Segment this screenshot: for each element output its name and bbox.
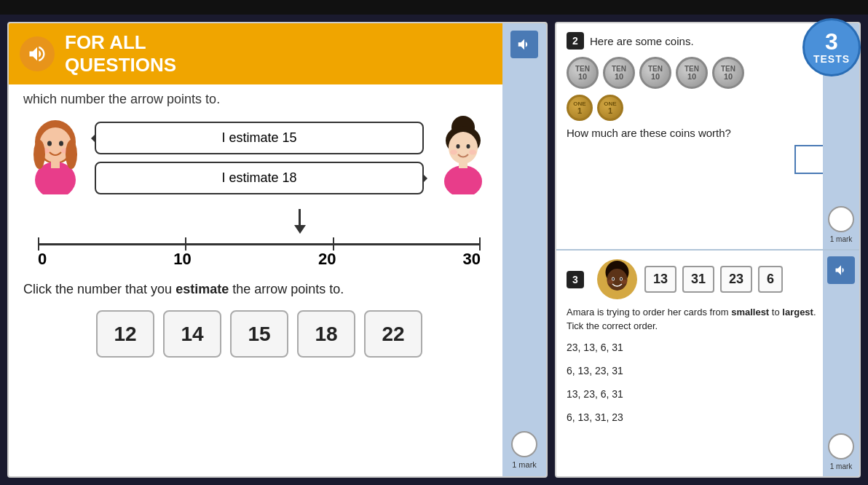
mark-badge-q3: 1 mark: [828, 433, 854, 470]
card-23: 23: [720, 266, 752, 293]
avatar-girl-left: [23, 114, 87, 194]
option-row-3: 13, 23, 6, 31: [567, 385, 849, 403]
amara-instruction: Amara is trying to order her cards from …: [567, 307, 849, 318]
speech-bubbles: I estimate 15 I estimate 18: [95, 122, 424, 194]
coin-10-4: TEN10: [676, 57, 708, 89]
answer-btn-22[interactable]: 22: [364, 310, 422, 358]
q3-number-badge: 3: [567, 271, 584, 288]
question-subtitle: which number the arrow points to.: [9, 84, 546, 107]
audio-button-q3[interactable]: [827, 256, 855, 284]
option-row-1: 23, 13, 6, 31: [567, 339, 849, 356]
option-row-4: 6, 13, 31, 23: [567, 409, 849, 426]
speaker-icon-q3: [834, 263, 848, 277]
option-text-2: 6, 13, 23, 31: [567, 365, 623, 376]
question-content: I estimate 15 I estimate 18: [9, 107, 546, 365]
tick-correct-text: Tick the correct order.: [567, 320, 849, 331]
q2-answer-row: p: [567, 145, 849, 174]
svg-point-17: [444, 165, 482, 194]
q2-number-badge: 2: [567, 32, 584, 50]
questions-label: QUESTIONS: [65, 54, 176, 76]
tests-number: 3: [825, 30, 838, 53]
svg-point-13: [457, 144, 460, 149]
number-line-section: 0 10 20 30: [31, 209, 488, 269]
svg-point-21: [607, 269, 628, 291]
tests-label: TESTS: [813, 53, 850, 65]
svg-point-12: [449, 132, 478, 164]
option-text-4: 6, 13, 31, 23: [567, 411, 623, 423]
card-6: 6: [758, 266, 783, 293]
svg-point-26: [607, 280, 613, 284]
coin-10-1: TEN10: [567, 57, 599, 89]
mark-circle-q2: [828, 206, 854, 232]
svg-rect-7: [51, 159, 60, 168]
svg-point-24: [612, 278, 614, 280]
amara-avatar: [597, 259, 637, 299]
speech-bubble-2: I estimate 18: [95, 162, 424, 194]
q2-header-text: Here are some coins.: [590, 35, 694, 47]
answer-btn-18[interactable]: 18: [297, 310, 355, 358]
left-panel: FOR ALL QUESTIONS which number the arrow…: [7, 22, 548, 478]
card-31: 31: [682, 266, 714, 293]
how-much-text: How much are these coins worth?: [567, 127, 849, 139]
coins-row-2: ONE1 ONE1: [567, 95, 849, 121]
option-row-2: 6, 13, 23, 31: [567, 362, 849, 379]
svg-point-2: [47, 141, 52, 146]
click-instruction: Click the number that you estimate the a…: [23, 280, 495, 299]
avatar-girl-right: [431, 114, 495, 194]
coin-10-2: TEN10: [603, 57, 635, 89]
coin-10-3: TEN10: [639, 57, 671, 89]
header-text: FOR ALL QUESTIONS: [65, 31, 176, 76]
number-line-arrow: [294, 209, 306, 234]
header-bar: FOR ALL QUESTIONS: [9, 23, 546, 84]
svg-point-9: [66, 140, 77, 169]
answer-btn-15[interactable]: 15: [230, 310, 288, 358]
cards-row: 13 31 23 6: [644, 266, 783, 293]
mark-badge-q1: 1 mark: [511, 431, 537, 469]
characters-row: I estimate 15 I estimate 18: [23, 114, 495, 194]
speech-bubble-1: I estimate 15: [95, 122, 424, 154]
nl-label-10: 10: [173, 250, 191, 269]
coin-10-5: TEN10: [712, 57, 744, 89]
speaker-icon: [27, 44, 47, 64]
svg-point-27: [621, 280, 627, 284]
svg-point-3: [59, 141, 63, 146]
answer-btn-12[interactable]: 12: [96, 310, 154, 358]
q3-sidebar: 1 mark: [823, 251, 859, 476]
svg-point-25: [620, 278, 622, 280]
svg-point-16: [469, 150, 476, 155]
mark-circle-q1: [511, 431, 537, 457]
option-text-1: 23, 13, 6, 31: [567, 342, 623, 353]
option-text-3: 13, 23, 6, 31: [567, 388, 623, 400]
audio-button-header[interactable]: [20, 36, 55, 71]
nl-label-0: 0: [38, 250, 47, 269]
answer-btn-14[interactable]: 14: [163, 310, 221, 358]
nl-label-30: 30: [463, 250, 481, 269]
audio-button-q1[interactable]: [510, 31, 538, 58]
for-all-label: FOR ALL: [65, 31, 176, 54]
card-13: 13: [644, 266, 676, 293]
q3-header-row: 3: [567, 259, 849, 299]
tests-badge: 3 TESTS: [802, 18, 861, 76]
coin-1-2: ONE1: [597, 95, 623, 121]
nl-label-20: 20: [318, 250, 336, 269]
question-3-section: 3: [556, 251, 859, 476]
number-line-track: [38, 243, 481, 245]
left-panel-sidebar: 1 mark: [502, 23, 546, 476]
speaker-icon-q1: [516, 36, 532, 52]
mark-circle-q3: [828, 433, 854, 460]
order-options: 23, 13, 6, 31 6, 13, 23, 31 13, 23, 6, 3…: [567, 339, 849, 426]
number-line-labels: 0 10 20 30: [38, 250, 481, 269]
svg-point-15: [450, 150, 457, 155]
answer-buttons-row: 12 14 15 18 22: [23, 310, 495, 358]
svg-point-8: [33, 140, 45, 169]
svg-point-14: [467, 144, 470, 149]
svg-rect-18: [459, 161, 467, 168]
mark-badge-q2: 1 mark: [828, 206, 854, 243]
coin-1-1: ONE1: [567, 95, 593, 121]
right-panel: 2 Here are some coins. TEN10 TEN10 TEN10…: [555, 22, 861, 478]
